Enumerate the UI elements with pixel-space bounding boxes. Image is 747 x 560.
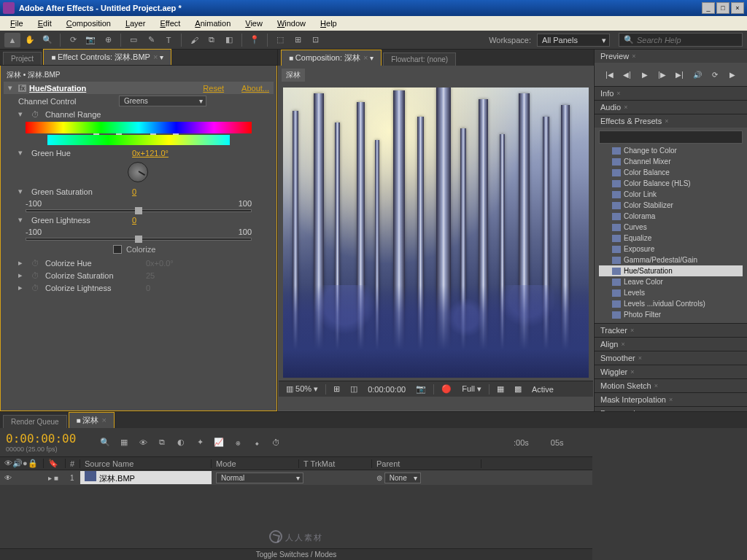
resolution-dropdown[interactable]: Full ▾ <box>459 384 484 394</box>
effect-preset-item[interactable]: Equalize <box>599 233 743 244</box>
search-help-box[interactable]: 🔍 <box>619 33 743 47</box>
effect-preset-item[interactable]: Leave Color <box>599 276 743 287</box>
col-mode[interactable]: Mode <box>212 459 299 468</box>
layer-parent-dropdown[interactable]: None <box>384 472 421 483</box>
camera-tool-icon[interactable]: 📷 <box>82 33 98 47</box>
search-help-input[interactable] <box>637 36 738 44</box>
local-axis-icon[interactable]: ⬚ <box>272 33 288 47</box>
tl-search-icon[interactable]: 🔍 <box>98 436 112 449</box>
view-dropdown[interactable]: Active <box>529 385 557 394</box>
type-tool-icon[interactable]: T <box>160 33 177 47</box>
green-hue-value[interactable]: 0x+121.0° <box>132 149 169 158</box>
audio-icon[interactable]: 🔊 <box>691 69 704 80</box>
channel-control-dropdown[interactable]: Greens <box>119 96 206 106</box>
ram-preview-icon[interactable]: ▶ <box>726 69 739 80</box>
fx-badge-icon[interactable]: fx <box>18 85 26 92</box>
effect-preset-item[interactable]: Color Balance <box>599 167 743 178</box>
effect-preset-item[interactable]: Levels ...ividual Controls) <box>599 298 743 309</box>
effect-about-link[interactable]: About... <box>241 84 269 93</box>
project-tab[interactable]: Project <box>3 52 42 65</box>
region-icon[interactable]: ▦ <box>494 384 507 394</box>
tl-shy-icon[interactable]: 👁 <box>136 436 150 449</box>
effect-preset-item[interactable]: Exposure <box>599 244 743 254</box>
motion-sketch-panel-header[interactable]: Motion Sketch× <box>595 379 747 392</box>
effects-search-input[interactable] <box>599 131 743 144</box>
colorize-checkbox[interactable] <box>113 245 122 254</box>
green-light-disclosure-icon[interactable]: ▾ <box>18 215 26 225</box>
green-light-value[interactable]: 0 <box>132 216 136 225</box>
brush-tool-icon[interactable]: 🖌 <box>186 33 202 47</box>
time-ruler[interactable]: :00s05s <box>514 438 587 447</box>
stopwatch-icon[interactable]: ⏱ <box>31 110 39 119</box>
effect-preset-item[interactable]: Hue/Saturation <box>599 265 743 276</box>
minimize-button[interactable]: _ <box>702 2 715 14</box>
pen-tool-icon[interactable]: ✎ <box>143 33 159 47</box>
effect-preset-item[interactable]: Change to Color <box>599 145 743 156</box>
last-frame-icon[interactable]: ▶| <box>673 69 686 80</box>
green-sat-disclosure-icon[interactable]: ▾ <box>18 187 26 196</box>
mask-interp-panel-header[interactable]: Mask Interpolation× <box>595 393 747 406</box>
grid-icon[interactable]: ⊞ <box>330 384 343 394</box>
zoom-dropdown[interactable]: ▥ 50% ▾ <box>283 384 321 394</box>
preview-panel-header[interactable]: Preview× <box>595 50 747 63</box>
eraser-tool-icon[interactable]: ◧ <box>221 33 237 47</box>
flowchart-tab[interactable]: Flowchart: (none) <box>383 52 456 66</box>
menu-view[interactable]: View <box>238 18 270 29</box>
tl-comp-icon[interactable]: ▦ <box>117 436 131 449</box>
col-source[interactable]: Source Name <box>80 459 212 468</box>
channel-range-disclosure-icon[interactable]: ▾ <box>18 109 26 119</box>
effect-preset-item[interactable]: Color Stabilizer <box>599 200 743 211</box>
effect-preset-item[interactable]: Colorama <box>599 211 743 222</box>
timeline-comp-tab[interactable]: ■ 深林× <box>69 412 115 428</box>
hue-dial[interactable] <box>128 162 148 182</box>
hue-spectrum-range[interactable] <box>47 135 230 145</box>
time-display[interactable]: 0:00:00:00 <box>365 385 409 394</box>
effect-preset-item[interactable]: Levels <box>599 287 743 298</box>
tl-motion-blur-icon[interactable]: ◐ <box>174 436 188 449</box>
first-frame-icon[interactable]: |◀ <box>603 69 616 80</box>
effect-reset-link[interactable]: Reset <box>203 84 224 93</box>
tl-dur-icon[interactable]: ⏱ <box>268 436 283 449</box>
menu-help[interactable]: Help <box>313 18 344 29</box>
effect-preset-item[interactable]: Color Link <box>599 189 743 200</box>
layer-mode-dropdown[interactable]: Normal <box>216 472 303 483</box>
selection-tool-icon[interactable]: ▲ <box>4 33 20 47</box>
smoother-panel-header[interactable]: Smoother× <box>595 351 747 365</box>
menu-window[interactable]: Window <box>270 18 313 29</box>
mask-icon[interactable]: ◫ <box>347 384 360 394</box>
menu-file[interactable]: File <box>3 18 31 29</box>
hand-tool-icon[interactable]: ✋ <box>22 33 38 47</box>
green-hue-disclosure-icon[interactable]: ▾ <box>18 148 26 158</box>
info-panel-header[interactable]: Info× <box>595 87 747 100</box>
menu-effect[interactable]: Effect <box>152 18 187 29</box>
channel-icon[interactable]: 🔴 <box>438 384 454 394</box>
tl-frame-blend-icon[interactable]: ⧉ <box>155 436 169 449</box>
effect-preset-item[interactable]: Channel Mixer <box>599 156 743 167</box>
col-parent[interactable]: Parent <box>372 459 481 468</box>
tl-snap-icon[interactable]: ⎈ <box>231 436 245 449</box>
zoom-tool-icon[interactable]: 🔍 <box>39 33 55 47</box>
wiggler-panel-header[interactable]: Wiggler× <box>595 365 747 378</box>
menu-layer[interactable]: Layer <box>118 18 153 29</box>
composition-viewer[interactable] <box>283 88 589 378</box>
pan-behind-tool-icon[interactable]: ⊕ <box>100 33 116 47</box>
maximize-button[interactable]: □ <box>716 2 729 14</box>
close-button[interactable]: × <box>731 2 744 14</box>
transparency-icon[interactable]: ▩ <box>511 384 525 394</box>
effect-disclosure-icon[interactable]: ▾ <box>8 83 15 93</box>
effect-preset-item[interactable]: Curves <box>599 222 743 233</box>
paragraph-panel-header[interactable]: Paragraph× <box>595 407 747 411</box>
hue-spectrum-full[interactable] <box>26 122 252 133</box>
effect-controls-tab[interactable]: ■ Effect Controls: 深林.BMP× ▾ <box>43 49 171 65</box>
play-icon[interactable]: ▶ <box>638 69 651 80</box>
tracker-panel-header[interactable]: Tracker× <box>595 324 747 337</box>
timecode-display[interactable]: 0:00:00:00 <box>6 432 76 446</box>
green-light-slider[interactable] <box>26 238 252 241</box>
tl-graph-icon[interactable]: 📈 <box>212 436 226 449</box>
green-sat-slider[interactable] <box>26 209 252 212</box>
rect-tool-icon[interactable]: ▭ <box>125 33 142 47</box>
render-queue-tab[interactable]: Render Queue <box>3 415 67 428</box>
comp-subtab[interactable]: 深林 <box>282 69 305 82</box>
composition-tab[interactable]: ■ Composition: 深林× ▾ <box>281 50 382 66</box>
layer-row[interactable]: 👁 ▸ ■ 1 深林.BMP Normal ⊚ None <box>0 470 592 485</box>
